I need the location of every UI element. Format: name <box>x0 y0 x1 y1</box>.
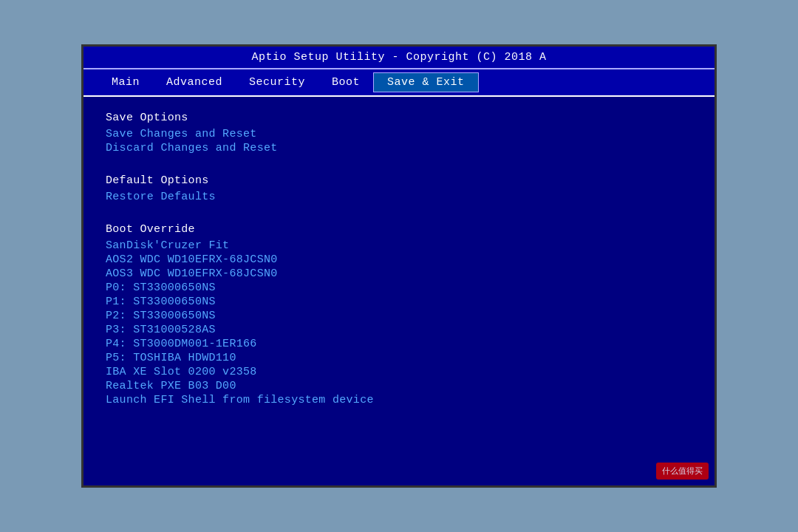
menu-item-2-6[interactable]: P3: ST31000528AS <box>106 323 692 337</box>
menu-item-2-2[interactable]: AOS3 WDC WD10EFRX-68JCSN0 <box>106 267 692 281</box>
menu-item-2-3[interactable]: P0: ST33000650NS <box>106 281 692 295</box>
menu-item-2-8[interactable]: P5: TOSHIBA HDWD110 <box>106 351 692 365</box>
watermark-text: 什么值得买 <box>662 466 703 475</box>
nav-item-main[interactable]: Main <box>98 73 153 92</box>
title-text: Aptio Setup Utility - Copyright (C) 2018… <box>251 51 546 64</box>
nav-item-boot[interactable]: Boot <box>318 73 373 92</box>
nav-item-save---exit[interactable]: Save & Exit <box>373 72 479 92</box>
menu-item-2-0[interactable]: SanDisk'Cruzer Fit <box>106 239 692 253</box>
nav-item-security[interactable]: Security <box>236 73 318 92</box>
bios-screen: Aptio Setup Utility - Copyright (C) 2018… <box>81 44 717 488</box>
menu-item-2-4[interactable]: P1: ST33000650NS <box>106 295 692 309</box>
nav-bar: MainAdvancedSecurityBootSave & Exit <box>83 69 715 97</box>
section-header-0: Save Options <box>106 112 692 124</box>
section-header-2: Boot Override <box>106 223 692 236</box>
menu-item-2-10[interactable]: Realtek PXE B03 D00 <box>106 379 692 393</box>
title-bar: Aptio Setup Utility - Copyright (C) 2018… <box>83 47 715 69</box>
menu-item-2-5[interactable]: P2: ST33000650NS <box>106 309 692 323</box>
section-header-1: Default Options <box>106 174 692 187</box>
nav-item-advanced[interactable]: Advanced <box>153 73 236 92</box>
menu-item-0-0[interactable]: Save Changes and Reset <box>106 127 692 141</box>
content-area: Save OptionsSave Changes and ResetDiscar… <box>83 97 715 485</box>
menu-item-2-9[interactable]: IBA XE Slot 0200 v2358 <box>106 365 692 379</box>
menu-item-2-7[interactable]: P4: ST3000DM001-1ER166 <box>106 337 692 351</box>
menu-item-1-0[interactable]: Restore Defaults <box>106 190 692 204</box>
menu-item-0-1[interactable]: Discard Changes and Reset <box>106 141 692 155</box>
menu-item-2-11[interactable]: Launch EFI Shell from filesystem device <box>106 393 692 407</box>
menu-item-2-1[interactable]: AOS2 WDC WD10EFRX-68JCSN0 <box>106 253 692 267</box>
watermark: 什么值得买 <box>656 463 709 480</box>
